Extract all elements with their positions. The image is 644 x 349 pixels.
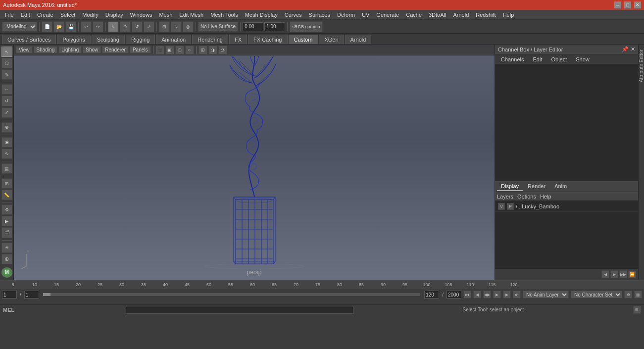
open-file-button[interactable]: 📂 bbox=[53, 21, 64, 32]
render-settings[interactable]: ⚙ bbox=[1, 204, 12, 215]
menu-modify[interactable]: Modify bbox=[79, 11, 101, 19]
menu-edit-mesh[interactable]: Edit Mesh bbox=[176, 11, 206, 19]
paint-select-tool[interactable]: ✎ bbox=[1, 69, 12, 80]
play-back-btn[interactable]: ◀▶ bbox=[483, 291, 491, 299]
display-tab[interactable]: Display bbox=[497, 182, 523, 191]
layer-playback-btn[interactable]: P bbox=[507, 203, 514, 210]
anim-extra-btn[interactable]: ▦ bbox=[634, 291, 642, 299]
menu-file[interactable]: File bbox=[2, 11, 17, 19]
menu-mesh-tools[interactable]: Mesh Tools bbox=[207, 11, 241, 19]
tab-polygons[interactable]: Polygons bbox=[57, 35, 90, 44]
save-file-button[interactable]: 💾 bbox=[65, 21, 76, 32]
menu-cache[interactable]: Cache bbox=[403, 11, 425, 19]
menu-curves[interactable]: Curves bbox=[282, 11, 305, 19]
go-to-end-btn[interactable]: ⏭ bbox=[513, 291, 521, 299]
options-sub-tab[interactable]: Options bbox=[517, 194, 536, 199]
character-set-dropdown[interactable]: No Character Set bbox=[571, 291, 622, 299]
show-menu[interactable]: Show bbox=[572, 55, 594, 63]
snap-point-btn[interactable]: ◎ bbox=[183, 21, 194, 32]
tab-arnold[interactable]: Arnold bbox=[345, 35, 372, 44]
total-frames-input[interactable] bbox=[446, 291, 461, 299]
go-to-start-btn[interactable]: ⏮ bbox=[463, 291, 471, 299]
menu-redshift[interactable]: Redshift bbox=[473, 11, 498, 19]
tab-xgen[interactable]: XGen bbox=[319, 35, 344, 44]
snap-grid-btn[interactable]: ⊞ bbox=[159, 21, 170, 32]
menu-3dtoall[interactable]: 3DtoAll bbox=[426, 11, 449, 19]
lasso-select-tool[interactable]: ⬡ bbox=[1, 58, 12, 68]
layers-sub-tab[interactable]: Layers bbox=[497, 194, 513, 199]
rotate-tool[interactable]: ↺ bbox=[1, 96, 12, 106]
list-item[interactable]: V P /...Lucky_Bamboo bbox=[495, 201, 638, 212]
vp-shadow-btn[interactable]: ◑ bbox=[208, 46, 217, 54]
layer-next2-btn[interactable]: ▶▶ bbox=[619, 270, 627, 278]
tab-custom[interactable]: Custom bbox=[289, 35, 318, 44]
anim-tab[interactable]: Anim bbox=[550, 182, 571, 191]
rotate-tool-btn[interactable]: ↺ bbox=[132, 21, 143, 32]
measure-tools[interactable]: 📏 bbox=[1, 190, 12, 200]
render-current[interactable]: 🎬 bbox=[1, 227, 12, 238]
channels-menu[interactable]: Channels bbox=[497, 55, 528, 63]
menu-mesh[interactable]: Mesh bbox=[156, 11, 175, 19]
layer-prev-btn[interactable]: ◀ bbox=[601, 270, 609, 278]
end-frame-input[interactable] bbox=[424, 291, 439, 299]
step-back-btn[interactable]: ◀ bbox=[473, 291, 481, 299]
viewport-lighting-menu[interactable]: Lighting bbox=[58, 46, 82, 53]
render-tab[interactable]: Render bbox=[524, 182, 549, 191]
menu-create[interactable]: Create bbox=[34, 11, 56, 19]
tab-rendering[interactable]: Rendering bbox=[192, 35, 228, 44]
menu-mesh-display[interactable]: Mesh Display bbox=[242, 11, 281, 19]
show-manip-tool[interactable]: ▤ bbox=[1, 163, 12, 174]
tab-sculpting[interactable]: Sculpting bbox=[92, 35, 125, 44]
universal-manip[interactable]: ⊕ bbox=[1, 122, 12, 133]
viewport-shading-menu[interactable]: Shading bbox=[34, 46, 58, 53]
menu-edit[interactable]: Edit bbox=[18, 11, 33, 19]
start-frame-input[interactable] bbox=[24, 291, 39, 299]
menu-deform[interactable]: Deform bbox=[334, 11, 358, 19]
live-surface-label[interactable]: No Live Surface bbox=[198, 22, 238, 32]
anim-layer-dropdown[interactable]: No Anim Layer bbox=[523, 291, 569, 299]
layer-visibility-btn[interactable]: V bbox=[498, 203, 505, 210]
vp-ao-btn[interactable]: ◔ bbox=[218, 46, 227, 54]
vp-wireframe-btn[interactable]: ⬡ bbox=[175, 46, 184, 54]
window-controls[interactable]: ─ □ ✕ bbox=[614, 1, 641, 8]
current-frame-input[interactable] bbox=[2, 291, 17, 299]
menu-select[interactable]: Select bbox=[57, 11, 79, 19]
step-forward-btn[interactable]: ▶ bbox=[503, 291, 511, 299]
redo-button[interactable]: ↪ bbox=[93, 21, 103, 32]
minimize-button[interactable]: ─ bbox=[614, 1, 621, 8]
maximize-button[interactable]: □ bbox=[624, 1, 631, 8]
3d-viewport[interactable]: View Shading Lighting Show Renderer Pane… bbox=[14, 45, 495, 280]
colorspace-indicator[interactable]: sRGB gamma bbox=[290, 21, 323, 32]
script-editor-expand[interactable]: ⊞ bbox=[633, 306, 641, 314]
input-field-2[interactable] bbox=[264, 22, 285, 31]
viewport-show-menu[interactable]: Show bbox=[83, 46, 101, 53]
play-forward-btn[interactable]: ▶ bbox=[493, 291, 501, 299]
snap-align[interactable]: ⊞ bbox=[1, 178, 12, 189]
scale-tool[interactable]: ⤢ bbox=[1, 107, 12, 118]
channel-box-pin[interactable]: 📌 bbox=[622, 46, 629, 52]
object-menu[interactable]: Object bbox=[547, 55, 571, 63]
anim-settings-btn[interactable]: ⚙ bbox=[624, 291, 632, 299]
menu-help[interactable]: Help bbox=[500, 11, 517, 19]
menu-surfaces[interactable]: Surfaces bbox=[306, 11, 333, 19]
viewport-panels-menu[interactable]: Panels bbox=[130, 46, 151, 53]
menu-uv[interactable]: UV bbox=[359, 11, 372, 19]
menu-generate[interactable]: Generate bbox=[373, 11, 402, 19]
vp-camera-btn[interactable]: 🎥 bbox=[155, 46, 164, 54]
command-input[interactable] bbox=[126, 306, 353, 314]
vp-display-btn[interactable]: ▣ bbox=[165, 46, 174, 54]
tab-animation[interactable]: Animation bbox=[156, 35, 191, 44]
scale-tool-btn[interactable]: ⤢ bbox=[144, 21, 154, 32]
move-tool[interactable]: ↔ bbox=[1, 84, 12, 95]
input-field-1[interactable] bbox=[243, 22, 263, 31]
undo-button[interactable]: ↩ bbox=[81, 21, 92, 32]
close-button[interactable]: ✕ bbox=[634, 1, 641, 8]
edit-menu[interactable]: Edit bbox=[529, 55, 546, 63]
tab-rigging[interactable]: Rigging bbox=[126, 35, 155, 44]
vp-grid-btn[interactable]: ⊞ bbox=[198, 46, 207, 54]
xray-toggle[interactable]: ☀ bbox=[1, 243, 12, 253]
module-selector[interactable]: Modeling bbox=[2, 22, 37, 32]
menu-arnold[interactable]: Arnold bbox=[450, 11, 472, 19]
menu-windows[interactable]: Windows bbox=[127, 11, 155, 19]
channel-box-close[interactable]: ✕ bbox=[631, 46, 635, 52]
